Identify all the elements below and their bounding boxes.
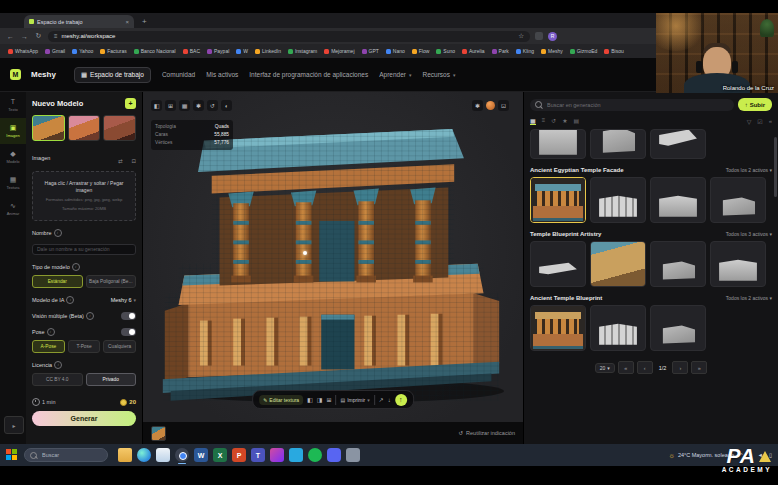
matcap-sphere-icon[interactable]	[486, 101, 495, 110]
asset-card[interactable]	[710, 177, 766, 223]
first-page-button[interactable]: «	[618, 361, 634, 374]
bookmark-item[interactable]: LinkedIn	[255, 48, 281, 54]
wireframe-icon[interactable]: ▦	[179, 100, 190, 111]
rail-item-image[interactable]: ▣ Imagen	[0, 118, 26, 144]
temple-3d-model[interactable]	[155, 108, 507, 408]
rail-item-text[interactable]: T Texto	[0, 92, 26, 118]
asset-card[interactable]	[590, 305, 646, 351]
bookmark-item[interactable]: Bisou	[604, 48, 624, 54]
bookmark-item[interactable]: W	[236, 48, 248, 54]
bookmark-item[interactable]: Paypal	[207, 48, 229, 54]
bookmark-item[interactable]: WhatsApp	[8, 48, 38, 54]
pose-t-button[interactable]: T-Pose	[68, 340, 101, 353]
back-icon[interactable]: ←	[6, 33, 15, 40]
asset-card[interactable]	[650, 241, 706, 287]
ai-model-select[interactable]: Meshy 6 ▾	[111, 297, 136, 303]
type-standard-button[interactable]: Estándar	[32, 275, 83, 288]
nav-item-workspace[interactable]: ▦ Espacio de trabajo	[74, 67, 151, 83]
spotify-icon[interactable]	[308, 448, 322, 462]
edit-texture-button[interactable]: ✎ Editar textura	[259, 395, 303, 405]
prev-page-button[interactable]: ‹	[637, 361, 653, 374]
section-link[interactable]: Todos los 2 activos ▾	[726, 295, 772, 301]
next-page-button[interactable]: ›	[672, 361, 688, 374]
powerpoint-icon[interactable]: P	[232, 448, 246, 462]
bookmark-star-icon[interactable]: ☆	[518, 32, 524, 40]
shade-mode-icon[interactable]: ◧	[307, 396, 313, 403]
fullscreen-icon[interactable]: ⊡	[498, 100, 509, 111]
asset-card-selected[interactable]	[530, 177, 586, 223]
profile-avatar[interactable]: R	[548, 32, 557, 41]
page-size-select[interactable]: 20 ▾	[595, 363, 615, 373]
ground-plane-icon[interactable]: ⊞	[165, 100, 176, 111]
nav-item-assets[interactable]: Mis activos	[206, 71, 238, 78]
bookmark-item[interactable]: GPT	[362, 48, 379, 54]
extensions-icon[interactable]	[535, 32, 543, 40]
asset-card[interactable]	[530, 305, 586, 351]
multiselect-icon[interactable]: ☑	[757, 118, 762, 125]
asset-search-input[interactable]	[545, 101, 729, 109]
image-dropzone[interactable]: Haga clic / Arrastrar y soltar / Pegar i…	[32, 171, 136, 221]
download-icon[interactable]: ↓	[388, 397, 391, 403]
license-cc-button[interactable]: CC BY 4.0	[32, 373, 83, 386]
discord-icon[interactable]	[327, 448, 341, 462]
asset-card[interactable]	[650, 305, 706, 351]
bookmark-item[interactable]: Instagram	[288, 48, 317, 54]
taskbar-search[interactable]	[24, 448, 108, 462]
remesh-icon[interactable]: ⊞	[326, 396, 331, 403]
bookmark-item[interactable]: Banco Nacional	[134, 48, 176, 54]
asset-card[interactable]	[530, 241, 586, 287]
view-list-icon[interactable]: ≡	[542, 117, 546, 125]
multiview-toggle[interactable]	[121, 312, 136, 320]
bookmark-item[interactable]: Aurelia	[462, 48, 485, 54]
chrome-icon[interactable]	[175, 448, 189, 462]
publish-button[interactable]: ↑	[395, 394, 407, 406]
bookmark-item[interactable]: GizmoEd	[570, 48, 598, 54]
bookmark-item[interactable]: Yahoo	[72, 48, 93, 54]
windows-start-button[interactable]	[6, 449, 18, 461]
bookmark-item[interactable]: Park	[492, 48, 509, 54]
pose-toggle[interactable]	[121, 328, 136, 336]
pose-any-button[interactable]: Cualquiera	[103, 340, 136, 353]
view-folders-icon[interactable]: ▤	[574, 117, 580, 125]
site-info-icon[interactable]: ≡	[54, 33, 58, 39]
mirror-icon[interactable]: ◨	[317, 396, 323, 403]
url-field[interactable]: ≡ meshy.ai/workspace ☆	[48, 31, 530, 42]
bookmark-item[interactable]: Nano	[386, 48, 405, 54]
reload-icon[interactable]: ↻	[34, 32, 43, 40]
nav-item-resources[interactable]: Recursos ▾	[422, 71, 455, 78]
section-link[interactable]: Todos los 2 activos ▾	[726, 167, 772, 173]
edge-icon[interactable]	[137, 448, 151, 462]
rail-item-animate[interactable]: ∿ Animar	[0, 196, 26, 222]
vscode-icon[interactable]	[289, 448, 303, 462]
swap-image-icon[interactable]: ⇄	[118, 158, 123, 164]
bookmark-item[interactable]: Mejoramej	[324, 48, 354, 54]
view-recent-icon[interactable]: ↺	[551, 117, 556, 125]
photos-icon[interactable]	[270, 448, 284, 462]
filter-icon[interactable]: ▽	[747, 118, 752, 125]
meshy-logo-icon[interactable]: M	[10, 69, 21, 80]
bookmark-item[interactable]: Gmail	[45, 48, 65, 54]
reset-view-icon[interactable]: ↺	[207, 100, 218, 111]
bookmark-item[interactable]: Meshy	[541, 48, 563, 54]
asset-card[interactable]	[650, 177, 706, 223]
source-image-thumbnail[interactable]	[151, 426, 166, 441]
file-explorer-icon[interactable]	[118, 448, 132, 462]
taskbar-search-input[interactable]	[40, 451, 115, 459]
nav-item-api[interactable]: Interfaz de programación de aplicaciones	[249, 71, 368, 78]
section-link[interactable]: Todos los 3 activos ▾	[726, 231, 772, 237]
scrollbar[interactable]	[774, 137, 777, 197]
asset-card[interactable]	[590, 241, 646, 287]
bookmark-item[interactable]: BAC	[183, 48, 200, 54]
collapse-panel-icon[interactable]: «	[769, 118, 772, 125]
browser-tab[interactable]: Espacio de trabajo ×	[24, 15, 134, 28]
new-generation-button[interactable]: +	[125, 98, 136, 109]
expand-image-icon[interactable]: ⊡	[131, 158, 136, 164]
tab-close-icon[interactable]: ×	[125, 19, 129, 25]
reference-image-3[interactable]	[103, 115, 136, 141]
bookmark-item[interactable]: Flow	[412, 48, 430, 54]
reuse-prompt-button[interactable]: ↺ Reutilizar indicación	[458, 430, 515, 436]
rail-item-texture[interactable]: ▦ Textura	[0, 170, 26, 196]
environment-icon[interactable]: ✱	[472, 100, 483, 111]
mail-icon[interactable]	[156, 448, 170, 462]
rail-item-model[interactable]: ◆ Modelo	[0, 144, 26, 170]
